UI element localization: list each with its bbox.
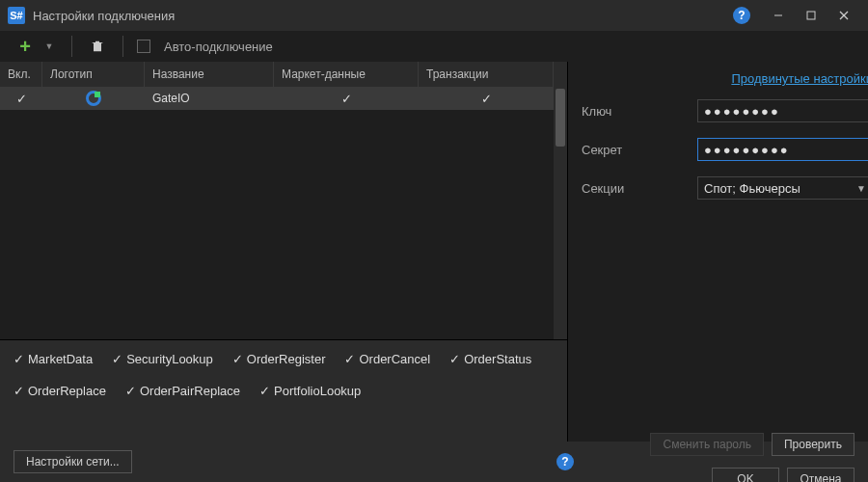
cap-label: OrderCancel [359, 352, 430, 366]
close-button[interactable] [827, 4, 860, 27]
cell-logo [42, 87, 145, 110]
cap-item[interactable]: ✓OrderReplace [14, 384, 106, 398]
delete-button[interactable] [86, 33, 109, 60]
cap-label: OrderPairReplace [140, 384, 240, 398]
advanced-settings-link[interactable]: Продвинутые настройки [731, 71, 868, 86]
chevron-down-icon: ▼ [45, 41, 54, 51]
grid-scrollbar[interactable] [554, 87, 567, 339]
change-password-button: Сменить пароль [650, 433, 764, 456]
autoconnect-label: Авто-подключение [164, 40, 273, 54]
trash-icon [90, 39, 105, 54]
key-label: Ключ [582, 104, 697, 119]
cap-item[interactable]: ✓MarketData [14, 352, 93, 366]
col-transactions[interactable]: Транзакции [419, 62, 554, 87]
gateio-logo-icon [86, 91, 101, 106]
col-enabled[interactable]: Вкл. [0, 62, 42, 87]
secret-label: Секрет [582, 143, 697, 157]
cell-enabled[interactable]: ✓ [0, 87, 42, 110]
toolbar: + ▼ Авто-подключение [0, 31, 868, 62]
check-icon: ✓ [112, 352, 122, 366]
svg-rect-1 [807, 12, 815, 19]
cap-item[interactable]: ✓OrderPairReplace [125, 384, 240, 398]
sections-value: Спот; Фьючерсы [704, 181, 800, 196]
plus-icon: + [19, 36, 31, 58]
cap-item[interactable]: ✓OrderCancel [344, 352, 430, 366]
sections-label: Секции [582, 181, 697, 196]
advanced-link-row: Продвинутые настройки [582, 71, 868, 86]
check-icon: ✓ [449, 352, 460, 366]
chevron-down-icon: ▼ [856, 183, 866, 194]
footer: Настройки сети... ? Сменить пароль Прове… [0, 442, 868, 482]
check-icon: ✓ [341, 92, 352, 106]
cap-item[interactable]: ✓OrderRegister [232, 352, 326, 366]
cell-name: GateIO [145, 87, 274, 110]
network-settings-button[interactable]: Настройки сети... [14, 450, 132, 473]
table-row[interactable]: ✓ GateIO ✓ ✓ [0, 87, 567, 110]
minimize-button[interactable] [762, 4, 795, 27]
add-dropdown[interactable]: ▼ [44, 33, 58, 60]
check-icon: ✓ [232, 352, 243, 366]
check-icon: ✓ [125, 384, 136, 398]
divider [71, 36, 72, 57]
autoconnect-checkbox[interactable] [137, 40, 150, 53]
check-icon: ✓ [259, 384, 270, 398]
check-icon: ✓ [14, 352, 24, 366]
ok-button[interactable]: OK [712, 468, 779, 482]
cancel-button[interactable]: Отмена [787, 468, 854, 482]
col-scrollspace [554, 62, 567, 87]
properties-panel: Продвинутые настройки Ключ Секрет Секции… [568, 62, 868, 442]
check-icon: ✓ [481, 92, 492, 106]
divider [122, 36, 123, 57]
key-input[interactable] [697, 99, 868, 122]
sections-select[interactable]: Спот; Фьючерсы ▼ [697, 176, 868, 200]
col-logo[interactable]: Логотип [42, 62, 145, 87]
cap-item[interactable]: ✓OrderStatus [449, 352, 531, 366]
cap-item[interactable]: ✓PortfolioLookup [259, 384, 361, 398]
cell-transactions[interactable]: ✓ [419, 87, 554, 110]
cap-item[interactable]: ✓SecurityLookup [112, 352, 213, 366]
grid-header: Вкл. Логотип Название Маркет-данные Тран… [0, 62, 567, 87]
cap-label: PortfolioLookup [274, 384, 361, 398]
check-icon: ✓ [14, 384, 24, 398]
check-icon: ✓ [16, 92, 27, 106]
connections-panel: Вкл. Логотип Название Маркет-данные Тран… [0, 62, 568, 442]
help-icon[interactable]: ? [733, 7, 750, 24]
grid-body[interactable]: ✓ GateIO ✓ ✓ [0, 87, 567, 339]
help-icon[interactable]: ? [556, 453, 574, 470]
window-title: Настройки подключения [33, 9, 733, 23]
cap-label: SecurityLookup [126, 352, 213, 366]
add-button[interactable]: + [14, 33, 37, 60]
cap-label: MarketData [28, 352, 93, 366]
col-name[interactable]: Название [145, 62, 274, 87]
verify-button[interactable]: Проверить [772, 433, 854, 456]
cap-label: OrderStatus [464, 352, 531, 366]
cap-label: OrderRegister [247, 352, 326, 366]
scroll-thumb[interactable] [556, 89, 565, 147]
col-market-data[interactable]: Маркет-данные [274, 62, 419, 87]
cell-market-data[interactable]: ✓ [274, 87, 419, 110]
secret-input[interactable] [697, 138, 868, 161]
check-icon: ✓ [344, 352, 355, 366]
titlebar: S# Настройки подключения ? [0, 0, 868, 31]
cap-label: OrderReplace [28, 384, 106, 398]
maximize-button[interactable] [795, 4, 827, 27]
app-logo: S# [8, 7, 25, 24]
capabilities-panel: ✓MarketData ✓SecurityLookup ✓OrderRegist… [0, 339, 567, 442]
